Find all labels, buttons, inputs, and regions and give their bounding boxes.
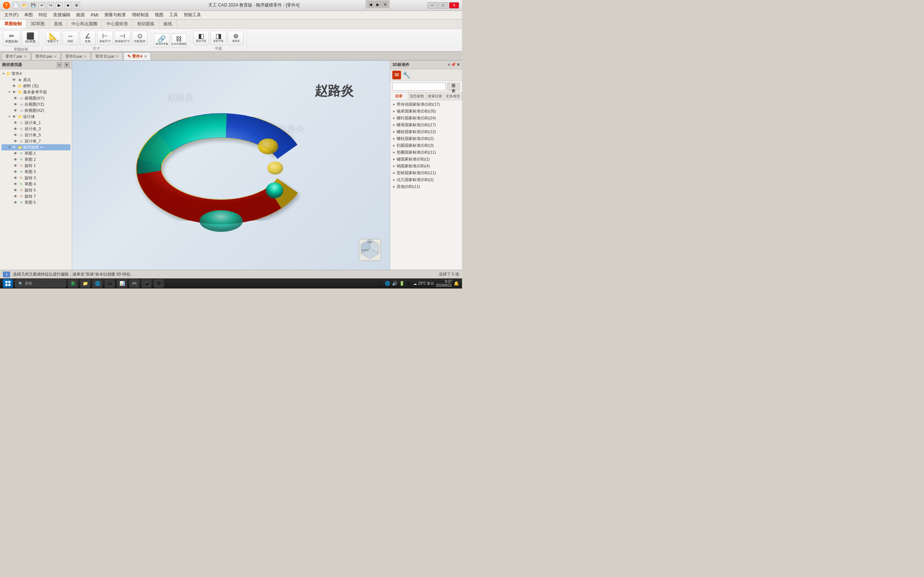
rp-tab-params[interactable]: 选型参数 [408, 92, 426, 100]
start-button[interactable] [3, 279, 13, 288]
taskbar-app-cad[interactable]: 🐉 [68, 279, 78, 288]
tree-body-3[interactable]: 👁 □ 设计体_3 [2, 126, 70, 132]
tree-body-1[interactable]: 👁 □ 设计体_1 [2, 120, 70, 126]
tree-sketch-1[interactable]: 👁 ✎ 草图 1 [2, 150, 70, 156]
tree-view-xz[interactable]: 👁 ▭ 前视图(XZ) [2, 108, 70, 114]
taskbar-app-files[interactable]: 📁 [80, 279, 90, 288]
rp-item-2[interactable]: 螺钉国家标准(GB)(24) [391, 115, 461, 121]
open-btn[interactable]: 📂 [21, 2, 28, 9]
taskbar-weather[interactable]: ☁ 23°C 多云 [413, 281, 434, 286]
taskbar-app-browser[interactable]: 🌐 [92, 279, 102, 288]
rp-item-7[interactable]: 垫圈国家标准(GB)(11) [391, 149, 461, 156]
taskbar-search[interactable]: 🔍 搜索 [15, 279, 66, 287]
panel-close-icon[interactable]: ✕ [64, 62, 69, 68]
menu-sketch[interactable]: 单图 [21, 11, 36, 19]
menu-pmi[interactable]: PMI [88, 12, 101, 18]
angle-coord-button[interactable]: ⊣ 角坐标尺寸 [115, 31, 130, 45]
tray-volume-icon[interactable]: 🔊 [392, 280, 397, 286]
panel-settings-icon[interactable]: ≡ [57, 62, 63, 68]
menu-measure[interactable]: 测量与检查 [102, 11, 129, 19]
doc-tab-part9-close[interactable]: ✕ [84, 55, 87, 58]
tree-base-planes-arrow[interactable]: ▼ [7, 90, 11, 95]
extra-btn[interactable]: ⊕ [73, 2, 80, 9]
next-tab-arrow[interactable]: ▶ [375, 1, 381, 8]
tree-sketch-2[interactable]: 👁 ✎ 草图 2 [2, 156, 70, 163]
stop-btn[interactable]: ■ [64, 2, 71, 9]
rp-settings-icon[interactable]: ≡ [448, 62, 450, 67]
menu-additive[interactable]: 增材制造 [129, 11, 152, 19]
tree-material[interactable]: 👁 📁 材料 (无) [2, 83, 70, 89]
doc-tab-part10[interactable]: 零件10.par ✕ [91, 52, 123, 60]
rp-item-6[interactable]: 扫圆国家标准(GB)(3) [391, 142, 461, 149]
rp-search-input[interactable] [393, 82, 446, 90]
redo-btn[interactable]: ↪ [47, 2, 54, 9]
doc-tab-part4[interactable]: ✎ 零件4 ✕ [123, 52, 150, 60]
ribbon-tab-line[interactable]: 直线 [50, 19, 67, 29]
menu-surface[interactable]: 曲面 [73, 11, 88, 19]
tree-base-planes[interactable]: ▼ 👁 📁 基本参考平面 [2, 89, 70, 95]
taskbar-app-game[interactable]: 🎮 [129, 279, 139, 288]
sketch-draw-button[interactable]: ✏ 草图绘制 [3, 30, 20, 46]
ribbon-tab-rect[interactable]: 中心圆矩形 [102, 19, 133, 29]
ribbon-tab-tangent-arc[interactable]: 相切圆弧 [133, 19, 159, 29]
tray-network-icon[interactable]: 🌐 [384, 280, 390, 286]
tree-body-7[interactable]: 👁 □ 设计体_7 [2, 138, 70, 144]
rp-tab-more[interactable]: 史多模型 [444, 92, 462, 100]
tree-view-xy[interactable]: 👁 ▭ 俯视图(XY) [2, 95, 70, 102]
menu-view[interactable]: 视图 [152, 11, 166, 19]
spacing-button[interactable]: ↔ 间距 [63, 31, 78, 45]
rp-item-1[interactable]: 轴承国家标准(GB)(35) [391, 108, 461, 115]
tree-root-arrow[interactable]: ▼ [2, 72, 6, 76]
undo-btn[interactable]: ↩ [38, 2, 45, 9]
rp-item-12[interactable]: 其他(GB)(11) [391, 183, 461, 190]
doc-tab-part7-close[interactable]: ✕ [24, 55, 27, 58]
doc-tab-part7[interactable]: 零件7.par ✕ [2, 52, 31, 60]
minimize-button[interactable]: ─ [427, 2, 438, 9]
doc-tab-part10-close[interactable]: ✕ [116, 55, 119, 58]
doc-tab-part4-close[interactable]: ✕ [144, 55, 147, 58]
doc-tab-part9[interactable]: 零件9.par ✕ [61, 52, 90, 60]
doc-tab-part8[interactable]: 零件8.par ✕ [31, 52, 61, 60]
ribbon-tab-sketch-draw[interactable]: 草图绘制 [0, 19, 26, 29]
tree-revolve-5[interactable]: 👁 ↻ 旋转 5 [2, 187, 70, 193]
rp-tool-icon[interactable]: 🔧 [402, 71, 410, 79]
tree-sequential-modeling[interactable]: ▼ 👁 📁 顺序建模 ✏ [2, 144, 70, 150]
menu-tools[interactable]: 工具 [166, 11, 181, 19]
taskbar-app-store[interactable]: 🗂 [105, 279, 115, 288]
rp-tab-catalog[interactable]: 目录 [390, 92, 408, 100]
ribbon-tab-3d-sketch[interactable]: 3D草图 [26, 19, 50, 29]
prev-tab-arrow[interactable]: ◀ [367, 1, 374, 8]
close-button[interactable]: ✕ [449, 2, 459, 9]
save-btn[interactable]: 💾 [30, 2, 37, 9]
tree-sketch-3[interactable]: 👁 ✎ 草图 3 [2, 169, 70, 175]
rp-item-11[interactable]: 法兰国家标准(GB)(2) [391, 176, 461, 183]
tray-notification-icon[interactable]: 🔔 [453, 280, 459, 286]
taskbar-time[interactable]: 9:37 2024/9/21 [436, 279, 452, 287]
menu-feature[interactable]: 特征 [36, 11, 50, 19]
rp-item-4[interactable]: 螺栓国家标准(GB)(12) [391, 128, 461, 135]
rp-close-icon[interactable]: ✕ [457, 62, 460, 67]
tray-chevron-icon[interactable]: ^ [377, 280, 383, 286]
smart-dim-button[interactable]: 📐 智能尺寸 [45, 31, 61, 45]
rp-item-10[interactable]: 型材国家标准(GB)(11) [391, 169, 461, 176]
diameter-button[interactable]: ⊙ 对标直径 [132, 31, 148, 45]
tree-body-5[interactable]: 👁 □ 设计体_5 [2, 132, 70, 138]
orientation-cube[interactable]: TOP FRONT [357, 237, 383, 263]
rp-pin-icon[interactable]: 📌 [451, 62, 456, 67]
tree-sketch-4[interactable]: 👁 ✎ 草图 4 [2, 181, 70, 187]
tree-seq-arrow[interactable]: ▼ [7, 145, 11, 150]
coord-sys-button[interactable]: ⊕ 坐标系 [228, 31, 244, 45]
viewport[interactable]: 赵路炎 赵路炎 赵路炎 赵路炎 赵路炎 [72, 61, 390, 270]
menu-file[interactable]: 文件(F) [2, 11, 21, 19]
run-btn[interactable]: ▶ [56, 2, 63, 9]
close-all-arrow[interactable]: ✕ [382, 1, 388, 8]
ribbon-tab-curve[interactable]: 曲线 [159, 19, 177, 29]
menu-direct-edit[interactable]: 直接编辑 [50, 11, 73, 19]
rp-search-button[interactable]: 搜索 [447, 82, 460, 90]
tray-ime-icon[interactable]: 中 [406, 280, 412, 286]
tree-origin[interactable]: 👁 ⊕ 原点 [2, 77, 70, 83]
coincident-plane-button[interactable]: ◧ 重合平面 [193, 31, 209, 45]
tree-revolve-7[interactable]: 👁 ↻ 旋转 7 [2, 193, 70, 200]
tree-design-body-arrow[interactable]: ▼ [7, 115, 11, 119]
tree-revolve-3[interactable]: 👁 ↻ 旋转 3 [2, 175, 70, 181]
